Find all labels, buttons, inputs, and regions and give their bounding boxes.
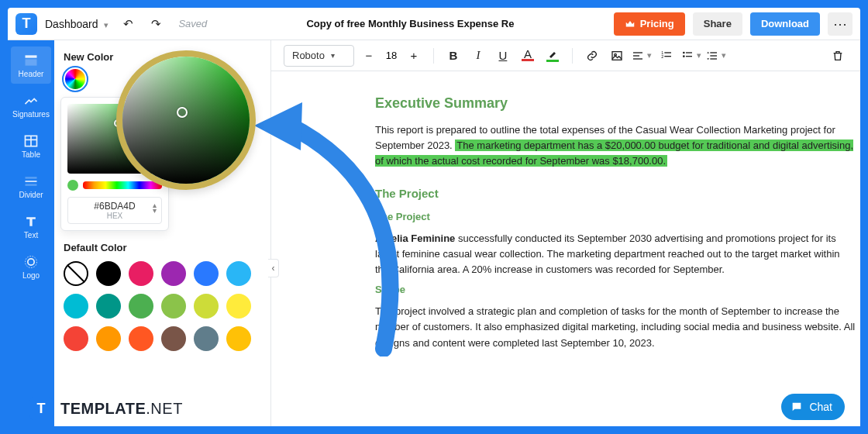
- download-button[interactable]: Download: [750, 12, 820, 36]
- swatch[interactable]: [64, 326, 88, 351]
- svg-rect-20: [686, 52, 692, 53]
- sidebar-item-header[interactable]: Header: [11, 46, 51, 84]
- share-button[interactable]: Share: [693, 12, 742, 36]
- chat-icon: [790, 401, 803, 413]
- sidebar-item-table[interactable]: Table: [11, 127, 51, 164]
- font-size-value[interactable]: 18: [382, 50, 401, 61]
- svg-rect-13: [633, 55, 639, 56]
- underline-button[interactable]: U: [493, 46, 513, 66]
- italic-button[interactable]: I: [468, 46, 488, 66]
- align-icon: [632, 50, 644, 62]
- undo-icon[interactable]: ↶: [118, 14, 138, 34]
- swatch[interactable]: [161, 294, 186, 319]
- topbar: T Dashboard ▾ ↶ ↷ Saved Pricing Share Do…: [8, 8, 860, 40]
- insert-image-button[interactable]: [607, 46, 627, 66]
- svg-rect-16: [664, 52, 671, 53]
- swatch[interactable]: [96, 326, 121, 351]
- swatch[interactable]: [161, 326, 186, 351]
- chevron-down-icon: ▾: [647, 50, 652, 60]
- align-button[interactable]: ▾: [632, 46, 652, 66]
- format-stepper[interactable]: ▴▾: [153, 202, 157, 213]
- current-color-dot: [67, 180, 78, 191]
- svg-text:2: 2: [661, 53, 663, 58]
- sidebar-item-logo[interactable]: Logo: [11, 248, 51, 285]
- brand-suffix: .NET: [146, 400, 183, 417]
- spacing-icon: [706, 50, 718, 62]
- chat-button[interactable]: Chat: [781, 394, 845, 420]
- chevron-down-icon: ▾: [331, 51, 335, 60]
- sidebar-label: Text: [24, 231, 38, 239]
- swatch[interactable]: [129, 326, 153, 351]
- swatch-none[interactable]: [64, 261, 88, 286]
- swatch[interactable]: [161, 261, 186, 286]
- paragraph[interactable]: This report is prepared to outline the t…: [375, 122, 856, 169]
- color-wheel-button[interactable]: [64, 67, 87, 91]
- subheading-scope[interactable]: Scope: [375, 282, 856, 298]
- chevron-down-icon: ▾: [722, 50, 726, 60]
- hex-input[interactable]: [80, 201, 150, 212]
- swatch[interactable]: [194, 261, 219, 286]
- unordered-list-button[interactable]: ▾: [681, 46, 701, 66]
- sidebar-item-divider[interactable]: Divider: [11, 167, 51, 205]
- svg-rect-24: [710, 55, 717, 56]
- svg-rect-6: [26, 177, 37, 179]
- text-color-button[interactable]: A: [518, 46, 538, 66]
- line-spacing-button[interactable]: ▾: [706, 46, 726, 66]
- sidebar-label: Divider: [19, 191, 43, 199]
- crown-icon: [625, 19, 636, 29]
- highlight-color-button[interactable]: [542, 46, 563, 66]
- sidebar-label: Signatures: [12, 110, 50, 119]
- dashboard-link[interactable]: Dashboard ▾: [45, 18, 108, 30]
- zoom-callout: [116, 50, 256, 190]
- zoom-cursor: [177, 107, 188, 118]
- svg-point-8: [28, 258, 34, 264]
- font-increase-button[interactable]: +: [404, 46, 424, 66]
- swatch[interactable]: [96, 294, 121, 319]
- heading-executive-summary[interactable]: Executive Summary: [375, 93, 856, 115]
- paragraph[interactable]: Amelia Feminine successfully conducted i…: [375, 231, 856, 277]
- pricing-label: Pricing: [640, 18, 674, 29]
- swatch[interactable]: [194, 294, 219, 319]
- delete-button[interactable]: [828, 46, 848, 66]
- ol-icon: 12: [660, 50, 673, 62]
- font-decrease-button[interactable]: −: [359, 46, 379, 66]
- text-icon: [23, 214, 39, 229]
- heading-project[interactable]: The Project: [375, 184, 856, 202]
- svg-rect-1: [26, 59, 37, 65]
- format-toolbar: Roboto ▾ − 18 + B I U A: [271, 40, 860, 71]
- swatch[interactable]: [64, 294, 88, 319]
- ordered-list-button[interactable]: 12: [656, 46, 677, 66]
- link-icon: [586, 50, 598, 62]
- link-button[interactable]: [582, 46, 602, 66]
- brand-watermark: T TEMPLATE.NET: [29, 397, 183, 420]
- more-menu-button[interactable]: ⋯: [828, 12, 852, 36]
- bold-button[interactable]: B: [443, 46, 463, 66]
- subheading-project[interactable]: The Project: [375, 209, 856, 225]
- sidebar-item-text[interactable]: Text: [11, 208, 51, 245]
- svg-rect-14: [633, 58, 642, 59]
- app-logo[interactable]: T: [16, 13, 37, 35]
- brand-logo-icon: T: [29, 397, 53, 420]
- document-title-input[interactable]: [207, 18, 613, 29]
- swatch-grid: [60, 258, 264, 354]
- paragraph[interactable]: The project involved a strategic plan an…: [375, 304, 856, 350]
- sidebar-label: Logo: [22, 271, 40, 280]
- download-label: Download: [761, 18, 809, 29]
- page-content[interactable]: Executive Summary This report is prepare…: [375, 93, 856, 351]
- swatch[interactable]: [129, 261, 153, 286]
- swatch[interactable]: [129, 294, 153, 319]
- svg-point-21: [683, 55, 685, 57]
- hue-slider[interactable]: [83, 181, 162, 189]
- swatch[interactable]: [96, 261, 121, 286]
- hex-label: HEX: [107, 212, 123, 220]
- callout-arrow: [240, 93, 411, 356]
- header-icon: [23, 53, 39, 68]
- font-family-select[interactable]: Roboto ▾: [284, 45, 354, 67]
- pricing-button[interactable]: Pricing: [614, 12, 685, 36]
- swatch[interactable]: [194, 326, 219, 351]
- hex-input-row: HEX ▴▾: [67, 197, 162, 224]
- sidebar-item-signatures[interactable]: Signatures: [11, 87, 51, 124]
- redo-icon[interactable]: ↷: [146, 14, 166, 34]
- dashboard-label: Dashboard: [45, 18, 98, 30]
- svg-point-19: [683, 51, 685, 53]
